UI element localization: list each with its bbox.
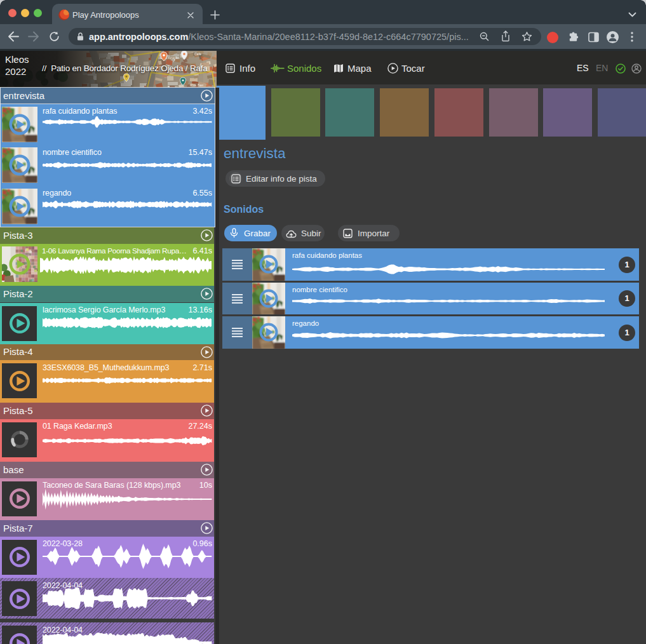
svg-text:Calle: Calle bbox=[194, 52, 202, 56]
svg-text:Pza. San: Pza. San bbox=[191, 83, 204, 87]
